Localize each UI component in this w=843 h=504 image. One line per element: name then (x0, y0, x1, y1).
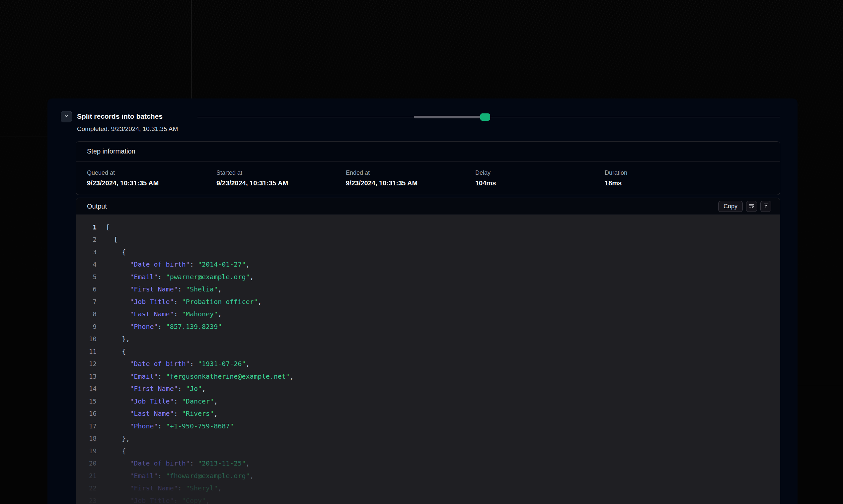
meta-field: Ended at9/23/2024, 10:31:35 AM (346, 169, 475, 187)
code-line: 3 { (76, 246, 780, 258)
line-number: 22 (76, 484, 97, 492)
wrap-text-button[interactable] (746, 201, 757, 212)
line-number: 20 (76, 460, 97, 467)
code-line: 10 }, (76, 333, 780, 345)
line-content: "First Name": "Jo", (97, 385, 206, 393)
line-content: "Job Title": "Probation officer", (97, 298, 262, 306)
code-line: 8 "Last Name": "Mahoney", (76, 308, 780, 321)
step-meta-row: Queued at9/23/2024, 10:31:35 AMStarted a… (76, 161, 780, 195)
line-content: "Date of birth": "2013-11-25", (97, 459, 250, 467)
line-content: "Last Name": "Mahoney", (97, 310, 222, 318)
code-line: 22 "First Name": "Sheryl", (76, 482, 780, 495)
line-number: 12 (76, 360, 97, 367)
meta-field-value: 18ms (605, 179, 769, 187)
line-number: 16 (76, 410, 97, 417)
line-number: 19 (76, 447, 97, 455)
background-guide-line (191, 0, 192, 98)
output-header: Output Copy (76, 198, 780, 215)
meta-field-value: 9/23/2024, 10:31:35 AM (217, 179, 346, 187)
meta-field-label: Started at (217, 169, 346, 176)
line-content: "Phone": "+1-950-759-8687" (97, 422, 234, 430)
step-title: Split records into batches (77, 112, 162, 120)
code-line: 13 "Email": "fergusonkatherine@example.n… (76, 370, 780, 383)
meta-field-label: Delay (475, 169, 605, 176)
line-number: 23 (76, 497, 97, 504)
meta-field: Started at9/23/2024, 10:31:35 AM (217, 169, 346, 187)
line-content: "First Name": "Sheryl", (97, 484, 222, 492)
line-number: 7 (76, 298, 97, 305)
code-line: 15 "Job Title": "Dancer", (76, 395, 780, 408)
code-line: 18 }, (76, 432, 780, 445)
line-number: 21 (76, 472, 97, 480)
line-number: 2 (76, 236, 97, 243)
output-actions: Copy (718, 201, 771, 212)
line-content: "Date of birth": "1931-07-26", (97, 360, 250, 368)
code-line: 9 "Phone": "857.139.8239" (76, 320, 780, 333)
meta-field-value: 9/23/2024, 10:31:35 AM (87, 179, 217, 187)
meta-field-label: Ended at (346, 169, 475, 176)
line-content: "Date of birth": "2014-01-27", (97, 260, 250, 268)
line-number: 3 (76, 248, 97, 256)
line-content: "Email": "fergusonkatherine@example.net"… (97, 372, 294, 380)
run-timeline-scrubber[interactable] (197, 113, 780, 121)
code-line: 1[ (76, 221, 780, 233)
line-number: 4 (76, 260, 97, 268)
line-number: 6 (76, 286, 97, 293)
line-content: }, (97, 335, 130, 343)
timeline-elapsed-segment[interactable] (414, 116, 480, 119)
meta-field: Delay104ms (475, 169, 605, 187)
output-card: Output Copy 1[2 [3 {4 "Date of birth": "… (76, 198, 780, 504)
output-code-viewport[interactable]: 1[2 [3 {4 "Date of birth": "2014-01-27",… (76, 215, 780, 504)
code-line: 14 "First Name": "Jo", (76, 383, 780, 395)
line-number: 13 (76, 373, 97, 380)
step-information-header: Step information (76, 142, 780, 161)
line-content: }, (97, 434, 130, 442)
code-lines: 1[2 [3 {4 "Date of birth": "2014-01-27",… (76, 221, 780, 504)
line-number: 17 (76, 422, 97, 430)
step-information-title: Step information (87, 147, 135, 155)
background-guide-line (0, 137, 48, 137)
code-line: 16 "Last Name": "Rivers", (76, 408, 780, 420)
code-line: 23 "Job Title": "Copy", (76, 494, 780, 504)
line-content: "Phone": "857.139.8239" (97, 323, 222, 330)
line-content: "Last Name": "Rivers", (97, 410, 218, 417)
copy-output-button[interactable]: Copy (718, 201, 743, 212)
meta-field-label: Duration (605, 169, 769, 176)
line-content: { (97, 447, 126, 455)
code-line: 17 "Phone": "+1-950-759-8687" (76, 420, 780, 432)
wrap-text-icon (749, 203, 754, 210)
line-number: 11 (76, 348, 97, 355)
code-line: 21 "Email": "fhoward@example.org", (76, 469, 780, 482)
meta-field: Queued at9/23/2024, 10:31:35 AM (87, 169, 217, 187)
code-line: 12 "Date of birth": "1931-07-26", (76, 358, 780, 371)
meta-field-label: Queued at (87, 169, 217, 176)
line-content: [ (97, 223, 110, 231)
step-detail-panel: Split records into batches Completed: 9/… (48, 98, 797, 504)
line-content: [ (97, 235, 118, 244)
line-number: 10 (76, 335, 97, 343)
line-content: "Email": "fhoward@example.org", (97, 472, 254, 480)
line-number: 5 (76, 273, 97, 281)
line-content: "First Name": "Shelia", (97, 285, 222, 293)
line-content: { (97, 248, 126, 256)
chevron-down-icon (64, 113, 69, 120)
line-content: "Email": "pwarner@example.org", (97, 273, 254, 281)
line-content: "Job Title": "Dancer", (97, 397, 218, 405)
step-information-card: Step information Queued at9/23/2024, 10:… (76, 141, 780, 195)
line-number: 1 (76, 223, 97, 231)
code-line: 5 "Email": "pwarner@example.org", (76, 271, 780, 283)
code-line: 2 [ (76, 233, 780, 246)
line-content: { (97, 347, 126, 356)
meta-field-value: 104ms (475, 179, 605, 187)
code-line: 4 "Date of birth": "2014-01-27", (76, 258, 780, 271)
timeline-step-handle[interactable] (480, 113, 490, 121)
code-line: 11 { (76, 345, 780, 358)
code-line: 6 "First Name": "Shelia", (76, 283, 780, 296)
code-line: 19 { (76, 445, 780, 457)
collapse-step-button[interactable] (61, 111, 72, 122)
output-title: Output (87, 203, 107, 210)
scroll-to-top-button[interactable] (760, 201, 771, 212)
line-number: 8 (76, 310, 97, 318)
code-line: 7 "Job Title": "Probation officer", (76, 295, 780, 308)
line-content: "Job Title": "Copy", (97, 497, 210, 504)
